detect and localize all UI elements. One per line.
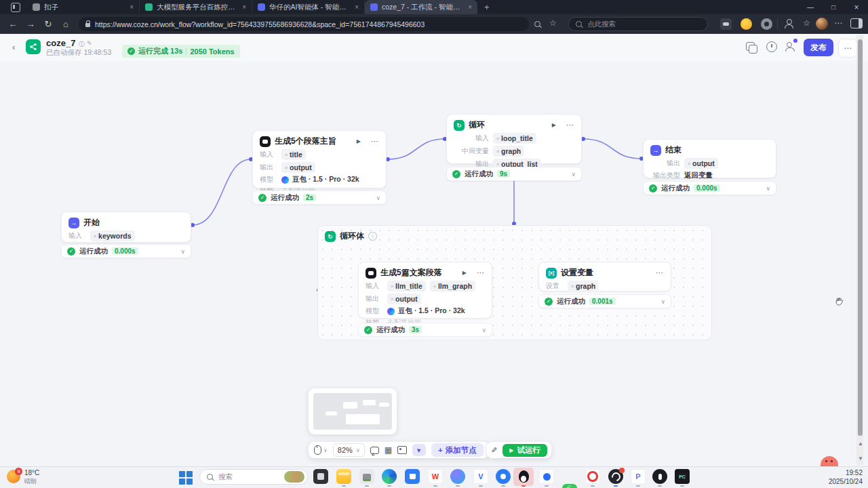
scroll-down-icon[interactable]: ▼ xyxy=(858,455,863,462)
node-end[interactable]: → 结束 输出 output 输出类型 返回变量 xyxy=(643,139,776,178)
row-label: 设置 xyxy=(546,281,564,291)
browser-tab-4-active[interactable]: coze_7 - 工作流 - 智能体平台 × xyxy=(365,0,477,14)
bookmark-star-icon[interactable]: ☆ xyxy=(549,18,557,28)
tab-close-icon[interactable]: × xyxy=(355,3,359,11)
snapshot-icon[interactable] xyxy=(397,446,407,454)
minimap[interactable] xyxy=(309,388,397,434)
browser-tab-1[interactable]: 扣子 × xyxy=(27,0,140,14)
node-set-variable[interactable]: [x] 设置变量 ⋯ 设置 graph xyxy=(538,262,671,291)
red-ring-app-icon[interactable] xyxy=(585,469,600,484)
zoom-level-select[interactable]: 82%∨ xyxy=(333,443,365,457)
more-icon[interactable]: ⋯ xyxy=(371,137,379,146)
scrollbar-thumb[interactable] xyxy=(858,39,863,436)
quark-browser-icon[interactable] xyxy=(450,469,465,484)
scroll-up-icon[interactable]: ▲ xyxy=(858,441,863,447)
play-icon[interactable]: ▶ xyxy=(462,270,467,276)
chevron-down-icon[interactable]: ∨ xyxy=(180,248,185,255)
run-complete-badge[interactable]: ✓ 运行完成 13s 2050 Tokens xyxy=(122,45,240,58)
tab-close-icon[interactable]: × xyxy=(242,3,246,11)
status-bar-loop[interactable]: ✓ 运行成功 9s ∨ xyxy=(446,167,582,181)
profile-icon[interactable] xyxy=(784,19,793,28)
quick-search-box[interactable]: 点此搜索 xyxy=(568,17,708,31)
node-llm2[interactable]: 生成5篇文案段落 ▶ ⋯ 输入 llm_title llm_graph 输出 o… xyxy=(358,262,492,319)
add-node-button[interactable]: +添加节点 xyxy=(431,443,484,457)
microsoft-store-icon[interactable] xyxy=(405,469,420,484)
favorites-icon[interactable]: ☆ xyxy=(803,18,810,28)
browser-menu-icon[interactable]: ⋯ xyxy=(834,18,843,28)
history-icon[interactable] xyxy=(766,41,777,52)
optimize-icon[interactable]: ✎ xyxy=(491,446,497,455)
pin-app-icon[interactable] xyxy=(652,469,667,484)
chevron-down-icon[interactable]: ∨ xyxy=(481,327,486,333)
side-panel-icon[interactable] xyxy=(850,18,863,28)
extension-icon-1[interactable] xyxy=(720,18,732,30)
task-view-icon[interactable] xyxy=(313,469,328,484)
new-tab-button[interactable]: + xyxy=(484,2,490,12)
address-bar[interactable]: https://www.coze.cn/work_flow?workflow_i… xyxy=(79,17,529,31)
status-bar-setvar[interactable]: ✓ 运行成功 0.001s ∨ xyxy=(538,294,671,308)
row-label: 中间变量 xyxy=(454,146,489,156)
status-bar-llm1[interactable]: ✓ 运行成功 2s ∨ xyxy=(252,190,387,205)
auto-layout-icon[interactable]: ▦ xyxy=(384,446,392,454)
zoom-out-icon[interactable] xyxy=(534,21,540,27)
node-llm1[interactable]: 生成5个段落主旨 ▶ ⋯ 输入 title 输出 output 模型 豆包 · … xyxy=(252,130,387,188)
comment-tool-icon[interactable] xyxy=(370,447,379,454)
chevron-down-icon[interactable]: ∨ xyxy=(660,298,665,305)
close-button[interactable]: × xyxy=(845,3,868,12)
qq-icon[interactable] xyxy=(516,469,531,484)
collaborate-icon[interactable] xyxy=(785,42,795,51)
status-bar-end[interactable]: ✓ 运行成功 0.000s ∨ xyxy=(643,181,776,195)
more-icon[interactable]: ⋯ xyxy=(477,268,485,277)
info-icon[interactable]: i xyxy=(368,232,377,241)
play-icon[interactable]: ▶ xyxy=(357,138,361,144)
meeting-app-icon[interactable] xyxy=(539,469,554,484)
publish-button[interactable]: 发布 xyxy=(804,39,833,56)
device-app-icon[interactable] xyxy=(359,469,374,484)
taskbar-clock[interactable]: 19:52 2025/10/24 xyxy=(812,468,863,486)
weather-temp[interactable]: 18°C xyxy=(24,469,39,476)
avatar[interactable] xyxy=(816,18,828,30)
extensions-puzzle-icon[interactable] xyxy=(761,18,772,30)
status-bar-llm2[interactable]: ✓ 运行成功 3s ∨ xyxy=(358,323,492,337)
test-run-button[interactable]: ▶试运行 xyxy=(502,444,547,457)
reload-icon[interactable]: ↻ xyxy=(39,19,57,29)
wps-icon[interactable]: W xyxy=(428,469,443,484)
select-tool-button[interactable] xyxy=(412,444,426,456)
back-icon[interactable]: ← xyxy=(4,19,22,29)
p-app-icon[interactable]: P xyxy=(631,469,646,484)
back-chevron[interactable]: ‹ xyxy=(12,42,15,52)
chevron-down-icon[interactable]: ∨ xyxy=(766,185,770,192)
row-label: 模型 xyxy=(260,175,277,184)
start-button[interactable] xyxy=(179,471,193,485)
pycharm-icon[interactable]: PC xyxy=(675,469,690,484)
node-loop[interactable]: ↻ 循环 ▶ ⋯ 输入 loop_title 中间变量 graph 输出 out… xyxy=(446,114,582,164)
more-icon[interactable]: ⋯ xyxy=(656,268,664,277)
chevron-down-icon[interactable]: ∨ xyxy=(571,171,576,178)
netdisk-icon[interactable] xyxy=(496,469,511,484)
forward-icon[interactable]: → xyxy=(22,19,39,29)
maximize-button[interactable]: □ xyxy=(822,3,845,11)
tab-close-icon[interactable]: × xyxy=(468,3,472,11)
assistant-mascot[interactable] xyxy=(818,456,841,466)
edge-browser-icon[interactable] xyxy=(382,469,397,484)
weather-condition[interactable]: 晴朗 xyxy=(24,477,37,486)
browser-tab-3[interactable]: 华仔的AI智能体 - 智能体 - 扣子 × xyxy=(252,0,365,14)
pan-tool-button[interactable]: ∨ xyxy=(314,445,328,455)
browser-tab-2[interactable]: 大模型服务平台百炼控制台 × xyxy=(140,0,252,14)
v-app-icon[interactable]: V xyxy=(473,469,488,484)
edit-icon[interactable]: ✎ xyxy=(87,40,92,47)
status-bar-start[interactable]: ✓ 运行成功 0.000s ∨ xyxy=(61,244,191,258)
workspaces-icon[interactable] xyxy=(11,3,20,12)
tab-close-icon[interactable]: × xyxy=(130,3,134,11)
duplicate-icon[interactable] xyxy=(746,42,755,51)
minimize-button[interactable]: — xyxy=(799,3,822,11)
chevron-down-icon[interactable]: ∨ xyxy=(376,195,380,201)
header-more-button[interactable]: ⋯ xyxy=(838,39,857,58)
node-start[interactable]: → 开始 输入 keywords xyxy=(61,211,191,243)
file-explorer-icon[interactable] xyxy=(336,469,351,484)
taskbar-search-box[interactable]: 搜索 xyxy=(199,469,308,485)
play-icon[interactable]: ▶ xyxy=(552,122,556,128)
home-icon[interactable]: ⌂ xyxy=(57,19,75,29)
more-icon[interactable]: ⋯ xyxy=(566,121,574,129)
extension-icon-2[interactable] xyxy=(741,18,752,30)
